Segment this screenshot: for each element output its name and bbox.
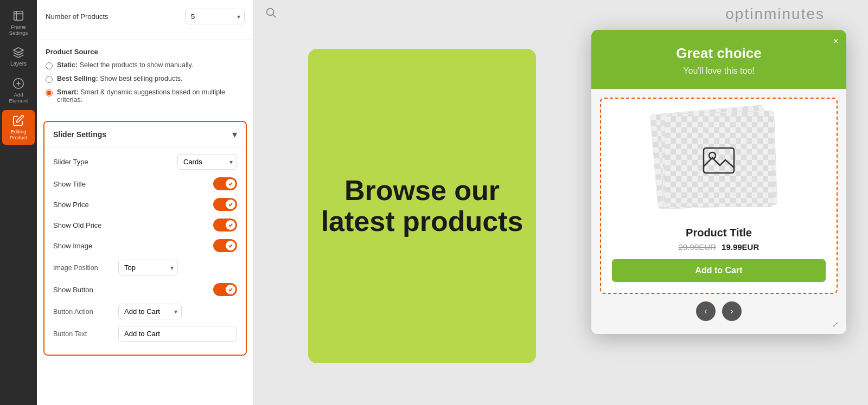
sidebar-item-layers[interactable]: Layers bbox=[2, 42, 35, 71]
product-title: Product Title bbox=[686, 227, 752, 239]
slider-type-label: Slider Type bbox=[53, 158, 88, 166]
radio-best-selling-input[interactable] bbox=[46, 76, 53, 83]
sidebar-label-layers: Layers bbox=[10, 61, 27, 67]
sidebar-label-frame: Frame Settings bbox=[9, 24, 28, 36]
frame-settings-icon bbox=[12, 10, 24, 22]
button-action-row: Button Action Add to Cart View Product bbox=[53, 304, 237, 319]
show-old-price-label: Show Old Price bbox=[53, 221, 102, 229]
show-button-toggle[interactable] bbox=[213, 283, 237, 296]
layers-icon bbox=[12, 47, 24, 59]
radio-static-input[interactable] bbox=[46, 62, 53, 69]
slider-type-select-wrapper: Cards List Grid bbox=[177, 154, 237, 170]
number-of-products-label: Number of Products bbox=[46, 12, 108, 21]
slider-type-select[interactable]: Cards List Grid bbox=[177, 154, 237, 170]
number-of-products-section: Number of Products 5 3 10 bbox=[37, 0, 253, 40]
show-button-label: Show Button bbox=[53, 286, 93, 294]
radio-smart-label: Smart: Smart & dynamic suggestions based… bbox=[57, 88, 245, 104]
check-icon bbox=[228, 243, 233, 248]
show-image-toggle[interactable] bbox=[213, 239, 237, 252]
green-card-text: Browse our latest products bbox=[308, 164, 536, 248]
checkerboard-bg bbox=[665, 117, 773, 207]
show-price-thumb bbox=[226, 200, 235, 209]
show-price-track bbox=[213, 198, 237, 211]
modal-close-button[interactable]: × bbox=[833, 36, 839, 46]
show-button-track bbox=[213, 283, 237, 296]
show-price-toggle[interactable] bbox=[213, 198, 237, 211]
show-price-row: Show Price bbox=[53, 198, 237, 211]
check-icon bbox=[228, 287, 233, 292]
show-old-price-row: Show Old Price bbox=[53, 218, 237, 232]
modal-body: Product Title 29.99EUR 19.99EUR Add to C… bbox=[591, 89, 846, 334]
show-image-row: Show Image bbox=[53, 239, 237, 252]
radio-smart: Smart: Smart & dynamic suggestions based… bbox=[46, 88, 245, 104]
product-image-stack bbox=[654, 110, 784, 218]
show-title-toggle[interactable] bbox=[213, 177, 237, 190]
image-position-label: Image Position bbox=[53, 264, 113, 272]
image-position-select[interactable]: Top Left Right Bottom bbox=[118, 260, 178, 275]
button-action-select[interactable]: Add to Cart View Product bbox=[118, 304, 182, 319]
slider-settings-box: Slider Settings ▾ Slider Type Cards List… bbox=[43, 121, 247, 356]
sidebar-item-add-element[interactable]: Add Element bbox=[2, 73, 35, 108]
settings-panel: Number of Products 5 3 10 Product Source… bbox=[37, 0, 254, 405]
svg-line-5 bbox=[273, 15, 276, 17]
green-promo-card: Browse our latest products bbox=[308, 49, 536, 363]
editing-product-icon bbox=[12, 114, 24, 126]
sidebar-label-editing: Editing Product bbox=[10, 128, 28, 140]
search-icon[interactable] bbox=[265, 7, 277, 21]
top-bar bbox=[265, 7, 277, 21]
resize-icon: ⤢ bbox=[832, 320, 839, 329]
show-old-price-toggle[interactable] bbox=[213, 218, 237, 232]
show-image-track bbox=[213, 239, 237, 252]
check-icon bbox=[228, 222, 233, 228]
slider-settings-header[interactable]: Slider Settings ▾ bbox=[44, 122, 246, 147]
show-old-price-track bbox=[213, 218, 237, 232]
button-text-input[interactable] bbox=[118, 326, 237, 342]
modal-nav: ‹ › bbox=[600, 294, 838, 325]
show-title-thumb bbox=[226, 179, 235, 189]
check-icon bbox=[228, 202, 233, 207]
radio-best-selling: Best Selling: Show best selling products… bbox=[46, 75, 245, 83]
next-button[interactable]: › bbox=[722, 301, 742, 321]
radio-static-label: Static: Select the products to show manu… bbox=[57, 61, 193, 69]
show-image-thumb bbox=[226, 241, 235, 250]
button-action-label: Button Action bbox=[53, 308, 113, 316]
product-image-front bbox=[665, 116, 773, 207]
modal-header: × Great choice You'll love this too! bbox=[591, 30, 846, 89]
slider-settings-body: Slider Type Cards List Grid Show Title bbox=[44, 147, 246, 355]
main-canvas: optinminutes Browse our latest products … bbox=[254, 0, 868, 405]
image-position-row: Image Position Top Left Right Bottom bbox=[53, 260, 237, 275]
product-card-area: Product Title 29.99EUR 19.99EUR Add to C… bbox=[600, 98, 838, 294]
button-text-row: Button Text bbox=[53, 326, 237, 342]
show-old-price-thumb bbox=[226, 220, 235, 230]
show-title-row: Show Title bbox=[53, 177, 237, 190]
product-price: 29.99EUR 19.99EUR bbox=[679, 242, 760, 252]
sidebar-item-editing-product[interactable]: Editing Product bbox=[2, 110, 35, 145]
price-new: 19.99EUR bbox=[722, 242, 759, 252]
chevron-down-icon: ▾ bbox=[232, 128, 237, 140]
image-position-select-wrapper: Top Left Right Bottom bbox=[118, 260, 178, 275]
show-image-label: Show Image bbox=[53, 242, 92, 250]
add-to-cart-button[interactable]: Add to Cart bbox=[612, 259, 826, 282]
sidebar-item-frame-settings[interactable]: Frame Settings bbox=[2, 5, 35, 40]
slider-settings-title: Slider Settings bbox=[53, 130, 106, 139]
sidebar-label-add: Add Element bbox=[9, 92, 28, 104]
modal-title: Great choice bbox=[604, 45, 833, 62]
svg-point-4 bbox=[267, 9, 274, 16]
number-of-products-select[interactable]: 5 3 10 bbox=[185, 9, 245, 24]
image-placeholder-icon bbox=[701, 146, 736, 177]
slider-type-row: Slider Type Cards List Grid bbox=[53, 154, 237, 170]
svg-rect-0 bbox=[14, 11, 23, 21]
show-price-label: Show Price bbox=[53, 201, 89, 209]
show-button-thumb bbox=[226, 285, 235, 294]
show-title-track bbox=[213, 177, 237, 190]
check-icon bbox=[228, 181, 233, 187]
prev-button[interactable]: ‹ bbox=[696, 301, 716, 321]
left-sidebar: Frame Settings Layers Add Element Editin… bbox=[0, 0, 37, 405]
number-of-products-row: Number of Products 5 3 10 bbox=[46, 9, 245, 24]
radio-static: Static: Select the products to show manu… bbox=[46, 61, 245, 69]
radio-smart-input[interactable] bbox=[46, 89, 53, 97]
modal-subtitle: You'll love this too! bbox=[604, 66, 833, 76]
brand-name: optinminutes bbox=[725, 5, 825, 23]
button-action-select-wrapper: Add to Cart View Product bbox=[118, 304, 182, 319]
product-source-section: Product Source Static: Select the produc… bbox=[37, 40, 253, 117]
